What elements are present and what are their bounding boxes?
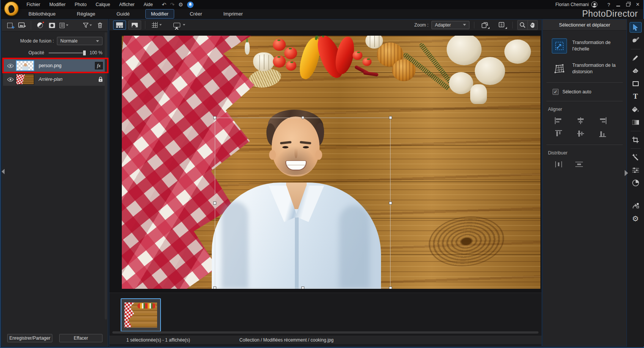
layer-thumbnail-background[interactable]: [16, 74, 34, 85]
photo-cooking-composite[interactable]: [122, 36, 540, 289]
align-top-button[interactable]: [551, 129, 566, 139]
settings-gear-icon[interactable]: ⚙: [178, 2, 183, 7]
pan-hand-tool-button[interactable]: [527, 20, 537, 30]
pencil-tool-button[interactable]: [630, 52, 642, 63]
tab-reglage[interactable]: Réglage: [71, 9, 101, 19]
collapse-left-panel-arrow[interactable]: [2, 169, 5, 174]
fx-effects-badge[interactable]: fx: [95, 62, 103, 69]
tab-creer[interactable]: Créer: [184, 9, 208, 19]
handle-bottom-right[interactable]: [389, 287, 392, 289]
settings-tool-button[interactable]: ⚙: [630, 213, 642, 224]
menu-aide[interactable]: Aide: [140, 0, 157, 9]
handle-mid-left[interactable]: [213, 202, 216, 205]
layer-row-person[interactable]: person.png fx: [3, 59, 107, 72]
distribute-horizontal-button[interactable]: [551, 159, 566, 169]
editing-canvas[interactable]: [109, 31, 542, 293]
grid-overlay-button[interactable]: [149, 20, 164, 30]
crop-tool-button[interactable]: [630, 134, 642, 145]
mirror-button[interactable]: [496, 20, 508, 30]
tab-bibliotheque[interactable]: Bibliothèque: [23, 9, 61, 19]
handle-bottom-left[interactable]: [213, 287, 216, 289]
layer-row-background[interactable]: Arrière-plan: [3, 73, 107, 86]
menu-modifier[interactable]: Modifier: [46, 0, 69, 9]
transform-selection-box[interactable]: [215, 118, 390, 288]
visibility-eye-icon[interactable]: [6, 64, 14, 68]
distort-transform-tool[interactable]: Transformation de la distorsion: [543, 61, 627, 76]
view-mode-browser-button[interactable]: [113, 20, 126, 30]
layer-menu-icon: [60, 23, 65, 28]
handle-mid-right[interactable]: [389, 202, 392, 205]
handle-top-right[interactable]: [389, 116, 392, 119]
expand-right-panel-arrow[interactable]: [625, 170, 628, 176]
align-middle-vertical-button[interactable]: [573, 129, 588, 139]
titlebar: Fichier Modifier Photo Calque Afficher A…: [1, 0, 643, 9]
opacity-slider[interactable]: [49, 52, 86, 54]
add-image-layer-button[interactable]: [17, 21, 27, 30]
export-layers-button[interactable]: [630, 200, 642, 211]
rotate-button[interactable]: [479, 20, 490, 30]
filmstrip-thumbnail-selected[interactable]: [121, 298, 161, 332]
blend-mode-dropdown[interactable]: Normale: [57, 37, 102, 45]
auto-select-option[interactable]: ✓ Sélection auto: [543, 89, 627, 95]
fill-bucket-tool-button[interactable]: [630, 104, 642, 115]
smudge-tool-button[interactable]: [630, 35, 642, 46]
adjustment-sliders-button[interactable]: [630, 165, 642, 175]
handle-top-left[interactable]: [213, 116, 216, 119]
notification-bell-icon[interactable]: [187, 2, 194, 8]
distribute-vertical-button[interactable]: [572, 159, 587, 169]
photodirector-window: Fichier Modifier Photo Calque Afficher A…: [0, 0, 644, 348]
garlic-bulb: [253, 52, 274, 71]
filter-layers-button[interactable]: [83, 21, 93, 30]
tab-guide[interactable]: Guidé: [111, 9, 135, 19]
align-center-horizontal-button[interactable]: [573, 116, 588, 126]
align-right-button[interactable]: [595, 116, 610, 126]
close-button[interactable]: ×: [636, 2, 639, 7]
menu-photo[interactable]: Photo: [71, 0, 90, 9]
tab-modifier[interactable]: Modifier: [145, 9, 174, 19]
redo-icon[interactable]: ↷: [170, 2, 175, 7]
auto-select-checkbox[interactable]: ✓: [553, 89, 559, 95]
new-layer-icon: [7, 23, 13, 28]
menu-calque[interactable]: Calque: [92, 0, 114, 9]
select-move-tool-button[interactable]: [630, 22, 642, 33]
new-layer-button[interactable]: [5, 21, 15, 30]
menu-fichier[interactable]: Fichier: [23, 0, 44, 9]
tone-adjustment-button[interactable]: [630, 178, 642, 188]
menu-afficher[interactable]: Afficher: [115, 0, 138, 9]
text-tool-button[interactable]: T: [630, 91, 642, 102]
opacity-slider-thumb[interactable]: [83, 50, 86, 56]
clear-button[interactable]: Effacer: [59, 334, 102, 342]
adjustment-layer-button[interactable]: [35, 21, 45, 30]
handle-bottom-center[interactable]: [301, 287, 304, 289]
display-mode-button[interactable]: [171, 20, 188, 30]
filter-funnel-icon: [83, 23, 88, 28]
tab-imprimer[interactable]: Imprimer: [217, 9, 248, 19]
layer-menu-button[interactable]: [59, 21, 69, 30]
zoom-dropdown[interactable]: Adapter: [431, 21, 469, 29]
help-button[interactable]: ?: [607, 2, 610, 8]
eraser-tool-button[interactable]: [630, 65, 642, 76]
magic-fix-tool-button[interactable]: [630, 152, 642, 162]
undo-icon[interactable]: ↶: [162, 2, 167, 7]
save-share-button[interactable]: Enregistrer/Partager: [7, 334, 52, 342]
minimize-button[interactable]: [616, 3, 620, 6]
view-mode-viewer-button[interactable]: [128, 20, 141, 30]
align-left-button[interactable]: [551, 116, 566, 126]
handle-top-center[interactable]: [301, 116, 304, 119]
visibility-eye-icon[interactable]: [6, 77, 14, 82]
zoom-tool-button[interactable]: [518, 20, 527, 30]
delete-layer-button[interactable]: [95, 21, 105, 30]
layers-scrollbar[interactable]: [105, 32, 107, 320]
person-thumb-figure: [22, 63, 29, 71]
layer-thumbnail-person[interactable]: [16, 60, 34, 71]
align-bottom-button[interactable]: [595, 129, 610, 139]
filmstrip: [109, 293, 542, 335]
mask-layer-button[interactable]: [47, 21, 57, 30]
dried-chili: [363, 71, 379, 76]
gradient-tool-button[interactable]: [630, 117, 642, 128]
scale-transform-tool[interactable]: Transformation de l'échelle: [543, 38, 627, 54]
user-account[interactable]: Florian Chemani: [555, 2, 597, 8]
rectangle-select-tool-button[interactable]: [630, 78, 642, 89]
filmstrip-scrollbar[interactable]: [112, 331, 539, 334]
restore-button[interactable]: [626, 3, 630, 6]
